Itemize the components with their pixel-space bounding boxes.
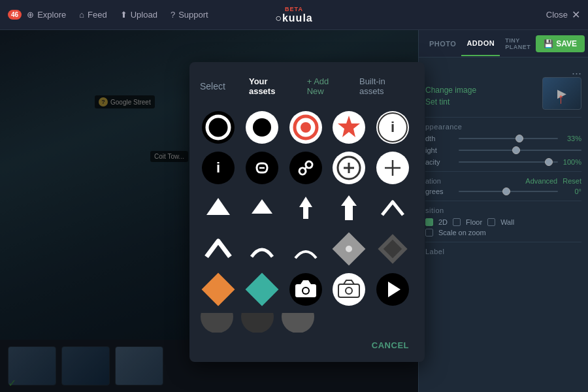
checkbox-wall[interactable]	[487, 218, 495, 226]
checkbox-scale-zoom[interactable]	[425, 229, 433, 237]
icon-diamond-dark[interactable]	[374, 231, 411, 267]
svg-text:i: i	[216, 159, 220, 176]
degrees-value: 0°	[562, 188, 581, 195]
svg-point-40	[303, 288, 308, 293]
icon-arrow-up-1[interactable]	[287, 190, 324, 227]
icon-diamond-orange[interactable]	[200, 271, 237, 308]
height-label: ight	[425, 146, 455, 154]
opacity-label: acity	[425, 158, 455, 166]
icon-link-chain[interactable]	[244, 150, 280, 186]
rotation-section: ation Advanced Reset grees 0°	[425, 171, 581, 195]
icon-link-chain-2[interactable]	[287, 150, 324, 186]
right-panel: PHOTO ADDON TINY PLANET 💾 SAVE ··· ▶ Cha…	[418, 30, 588, 392]
checkbox-2d[interactable]	[425, 218, 433, 226]
icon-chevron-thin-up[interactable]	[374, 190, 411, 227]
icon-caret-arch-2[interactable]	[287, 231, 324, 267]
icon-circle-ring-red-selected[interactable]	[287, 109, 324, 146]
home-icon: ⌂	[79, 10, 84, 20]
tab-tiny-planet[interactable]: TINY PLANET	[500, 30, 536, 58]
support-nav-item[interactable]: ? Support	[171, 10, 208, 20]
icon-circle-ring-white[interactable]	[200, 109, 237, 146]
appearance-section: ppearance dth 33% ight acity 100%	[425, 117, 581, 166]
reset-link[interactable]: Reset	[563, 177, 581, 185]
icon-chevron-fat-up[interactable]	[200, 190, 237, 227]
save-button[interactable]: 💾 SAVE	[536, 35, 585, 52]
label-floor: Floor	[466, 218, 482, 226]
nav-badge: 46	[8, 10, 22, 20]
top-nav: 46 ⊕ Explore ⌂ Feed ⬆ Upload ? Support B…	[0, 0, 588, 30]
svg-point-47	[201, 313, 233, 333]
rotation-links: Advanced Reset	[525, 177, 581, 185]
icons-grid: i i	[189, 101, 425, 313]
label-scale-zoom: Scale on zoom	[438, 229, 486, 237]
tab-addon[interactable]: ADDON	[461, 31, 500, 56]
modal-header: Select Your assets + Add New Built-in as…	[189, 62, 425, 101]
logo: BETA ○kuula	[275, 6, 312, 24]
tab-add-new[interactable]: + Add New	[299, 71, 351, 101]
close-button[interactable]: Close ✕	[546, 8, 580, 21]
upload-nav-item[interactable]: ⬆ Upload	[120, 10, 157, 20]
cancel-button[interactable]: CANCEL	[367, 338, 414, 353]
opacity-slider[interactable]	[459, 161, 558, 163]
label-section: Label	[425, 242, 581, 255]
icon-camera-outline[interactable]	[331, 271, 367, 308]
label-wall: Wall	[500, 218, 514, 226]
height-slider[interactable]	[459, 150, 581, 151]
icon-diamond-teal[interactable]	[244, 271, 280, 308]
degrees-slider[interactable]	[459, 191, 558, 192]
upload-icon: ⬆	[120, 10, 127, 20]
icon-caret-arch[interactable]	[244, 231, 280, 267]
tab-builtin-assets[interactable]: Built-in assets	[351, 71, 414, 101]
change-image-link[interactable]: Change image	[425, 86, 476, 95]
icon-chevron-medium-up[interactable]	[244, 190, 280, 227]
svg-text:i: i	[391, 119, 395, 135]
tab-photo[interactable]: PHOTO	[424, 32, 461, 56]
svg-marker-28	[299, 197, 312, 219]
appearance-label: ppearance	[425, 123, 581, 131]
width-label: dth	[425, 135, 455, 142]
panel-tabs: PHOTO ADDON TINY PLANET 💾 SAVE	[419, 30, 588, 57]
icon-arrow-up-2[interactable]	[331, 190, 367, 227]
label-2d: 2D	[438, 218, 448, 226]
width-slider-row: dth 33%	[425, 135, 581, 142]
svg-rect-34	[202, 273, 235, 306]
nav-right: Close ✕	[546, 8, 580, 21]
icon-play-circle[interactable]	[374, 271, 411, 308]
icons-grid-overflow	[189, 313, 425, 333]
tab-your-assets[interactable]: Your assets	[241, 71, 299, 101]
degrees-label: grees	[425, 188, 455, 195]
icon-circle-filled-black[interactable]	[244, 109, 280, 146]
width-value: 33%	[562, 135, 581, 142]
modal-select-label: Select	[200, 81, 225, 91]
save-icon: 💾	[544, 39, 553, 48]
rotation-label: ation	[425, 177, 441, 185]
position-section: sition 2D Floor Wall Scale on zoom	[425, 201, 581, 237]
position-label: sition	[425, 206, 581, 214]
icon-plus-thin[interactable]	[374, 150, 411, 186]
opacity-slider-row: acity 100%	[425, 158, 581, 166]
svg-point-49	[282, 313, 314, 333]
svg-point-48	[241, 313, 274, 333]
icon-info-circle[interactable]: i	[374, 109, 411, 146]
feed-nav-item[interactable]: ⌂ Feed	[79, 10, 107, 20]
icon-camera-filled[interactable]	[287, 271, 324, 308]
checkbox-floor[interactable]	[453, 218, 461, 226]
panel-links: Change image Set tint	[425, 83, 476, 112]
width-slider[interactable]	[459, 138, 558, 139]
asset-select-modal: Select Your assets + Add New Built-in as…	[189, 62, 425, 362]
checkbox-row-scale-zoom: Scale on zoom	[425, 229, 581, 237]
icon-star-orange[interactable]	[331, 109, 367, 146]
icon-diamond-gray[interactable]	[331, 231, 367, 267]
checkbox-row-2d-floor-wall: 2D Floor Wall	[425, 218, 581, 226]
icon-info-dark[interactable]: i	[200, 150, 237, 186]
icon-chevron-bold-up[interactable]	[200, 231, 237, 267]
advanced-link[interactable]: Advanced	[525, 177, 557, 185]
set-tint-link[interactable]: Set tint	[425, 97, 476, 106]
close-icon: ✕	[572, 8, 580, 21]
degrees-slider-row: grees 0°	[425, 188, 581, 195]
compass-icon: ⊕	[27, 10, 34, 20]
explore-nav-item[interactable]: ⊕ Explore	[27, 10, 66, 20]
icon-overflow-3	[281, 313, 318, 333]
icon-plus-circle[interactable]	[331, 150, 367, 186]
svg-marker-29	[341, 195, 357, 220]
